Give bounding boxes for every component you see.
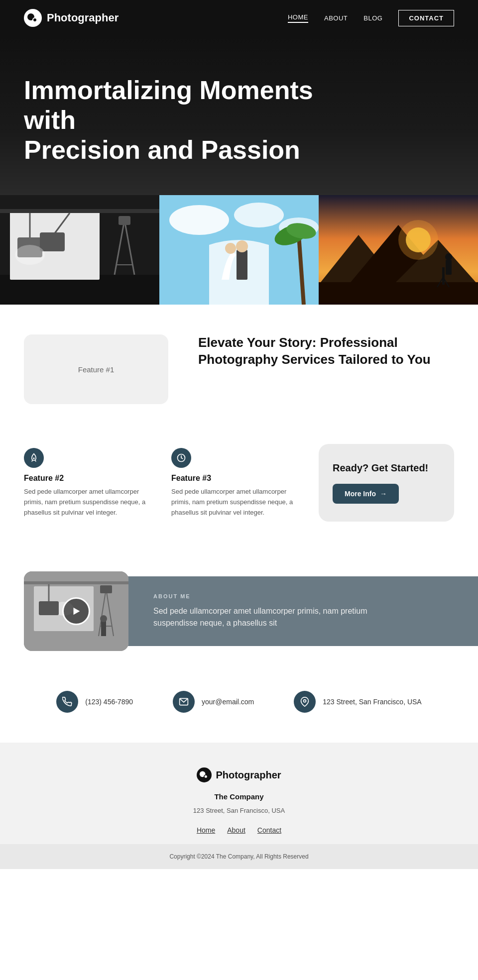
nav-blog[interactable]: BLOG <box>363 14 382 22</box>
hero-title-line2: Precision and Passion <box>24 135 300 164</box>
svg-marker-53 <box>74 608 80 615</box>
phone-icon-circle <box>56 691 78 713</box>
studio-svg <box>0 195 159 305</box>
arrow-icon: → <box>380 490 387 498</box>
hero-title-line1: Immortalizing Moments with <box>24 76 313 134</box>
feature3-item: Feature #3 Sed pede ullamcorper amet ull… <box>171 444 307 522</box>
svg-rect-31 <box>319 282 478 305</box>
footer-brand: Photographer <box>197 767 281 782</box>
email-icon-circle <box>173 691 195 713</box>
phone-icon <box>62 697 72 707</box>
photo-landscape <box>319 195 478 305</box>
hero-title: Immortalizing Moments with Precision and… <box>24 76 362 165</box>
footer-link-contact[interactable]: Contact <box>257 826 281 834</box>
svg-point-33 <box>398 220 438 260</box>
feature2-desc: Sed pede ullamcorper amet ullamcorper pr… <box>24 487 159 518</box>
navbar: Photographer HOME ABOUT BLOG CONTACT <box>0 0 478 36</box>
cta-card: Ready? Get Started! More Info → <box>319 444 454 522</box>
phone-text: (123) 456-7890 <box>85 698 133 706</box>
brand-icon <box>24 9 42 27</box>
svg-point-3 <box>33 18 36 21</box>
about-label: ABOUT ME <box>153 593 458 599</box>
feature1-text: Elevate Your Story: Professional Photogr… <box>198 334 454 368</box>
svg-rect-11 <box>40 232 65 251</box>
svg-rect-24 <box>237 250 247 280</box>
play-button[interactable] <box>62 597 90 625</box>
svg-point-52 <box>100 615 107 622</box>
wedding-svg <box>159 195 319 305</box>
svg-point-18 <box>169 205 229 235</box>
feature1-heading: Elevate Your Story: Professional Photogr… <box>198 334 454 368</box>
svg-rect-7 <box>0 209 159 213</box>
more-info-label: More Info <box>345 490 376 498</box>
svg-point-38 <box>445 253 452 260</box>
photo-wedding <box>159 195 319 305</box>
footer-address: 123 Street, San Francisco, USA <box>193 807 285 814</box>
email-contact: your@email.com <box>173 691 254 713</box>
feature-section-1: Feature #1 Elevate Your Story: Professio… <box>0 305 478 434</box>
phone-contact: (123) 456-7890 <box>56 691 133 713</box>
feature1-label: Feature #1 <box>78 365 115 374</box>
footer-link-about[interactable]: About <box>227 826 245 834</box>
cta-heading: Ready? Get Started! <box>333 462 428 474</box>
svg-point-55 <box>304 700 306 702</box>
svg-rect-51 <box>101 621 106 636</box>
features-grid: Feature #2 Sed pede ullamcorper amet ull… <box>0 434 478 551</box>
footer-brand-name: Photographer <box>216 769 281 781</box>
footer-link-home[interactable]: Home <box>197 826 215 834</box>
nav-links: HOME ABOUT BLOG CONTACT <box>288 10 454 26</box>
about-video-thumb[interactable] <box>24 571 128 651</box>
footer-brand-icon <box>197 767 212 782</box>
nav-about[interactable]: ABOUT <box>324 14 348 22</box>
copyright-text: Copyright ©2024 The Company, All Rights … <box>169 853 308 860</box>
svg-rect-16 <box>119 216 130 225</box>
footer-bottom: Copyright ©2024 The Company, All Rights … <box>0 844 478 869</box>
svg-point-59 <box>205 775 207 778</box>
svg-rect-34 <box>442 267 445 285</box>
contact-info-section: (123) 456-7890 your@email.com 123 Street… <box>0 661 478 743</box>
email-icon <box>179 697 189 707</box>
more-info-button[interactable]: More Info → <box>333 484 399 504</box>
feature3-icon-circle <box>171 448 191 468</box>
feature2-icon-circle <box>24 448 44 468</box>
footer-top: Photographer The Company 123 Street, San… <box>0 743 478 844</box>
brand-name: Photographer <box>47 11 119 24</box>
photo-studio <box>0 195 159 305</box>
footer-company-name: The Company <box>214 792 263 801</box>
svg-point-19 <box>234 203 284 227</box>
location-icon <box>300 697 310 707</box>
svg-point-25 <box>236 240 248 252</box>
address-contact: 123 Street, San Francisco, USA <box>294 691 421 713</box>
play-icon <box>71 606 82 617</box>
footer: Photographer The Company 123 Street, San… <box>0 743 478 869</box>
svg-point-12 <box>15 245 45 265</box>
photo-strip <box>0 195 478 305</box>
svg-point-39 <box>33 457 34 459</box>
hero-section: Immortalizing Moments with Precision and… <box>0 36 478 195</box>
svg-rect-37 <box>446 260 452 275</box>
landscape-svg <box>319 195 478 305</box>
feature2-title: Feature #2 <box>24 474 159 483</box>
email-text: your@email.com <box>202 698 254 706</box>
about-description: Sed pede ullamcorper amet ullamcorper pr… <box>153 605 382 629</box>
clock-icon <box>176 453 186 463</box>
svg-rect-44 <box>24 581 128 584</box>
feature1-placeholder: Feature #1 <box>24 334 168 404</box>
nav-home[interactable]: HOME <box>288 13 308 23</box>
svg-rect-50 <box>100 585 112 593</box>
svg-rect-46 <box>39 601 59 615</box>
nav-contact-button[interactable]: CONTACT <box>398 10 454 26</box>
about-content-band: ABOUT ME Sed pede ullamcorper amet ullam… <box>114 576 478 646</box>
address-text: 123 Street, San Francisco, USA <box>323 698 421 706</box>
feature3-desc: Sed pede ullamcorper amet ullamcorper pr… <box>171 487 307 518</box>
location-icon-circle <box>294 691 316 713</box>
about-section: ABOUT ME Sed pede ullamcorper amet ullam… <box>0 561 478 661</box>
rocket-icon <box>29 453 39 463</box>
brand[interactable]: Photographer <box>24 9 119 27</box>
footer-links: Home About Contact <box>197 826 281 834</box>
feature3-title: Feature #3 <box>171 474 307 483</box>
feature2-item: Feature #2 Sed pede ullamcorper amet ull… <box>24 444 159 522</box>
svg-point-26 <box>225 243 236 254</box>
